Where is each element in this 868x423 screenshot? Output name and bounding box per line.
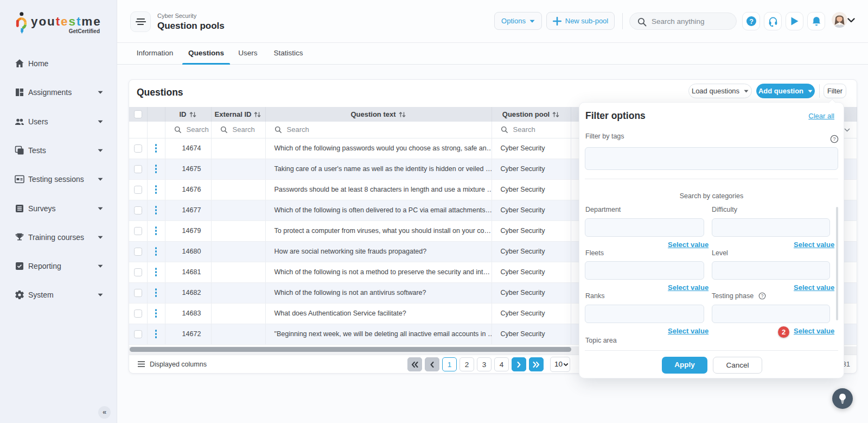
svg-text:?: ?	[833, 136, 835, 142]
svg-text:?: ?	[761, 293, 764, 299]
svg-text:?: ?	[749, 18, 754, 26]
